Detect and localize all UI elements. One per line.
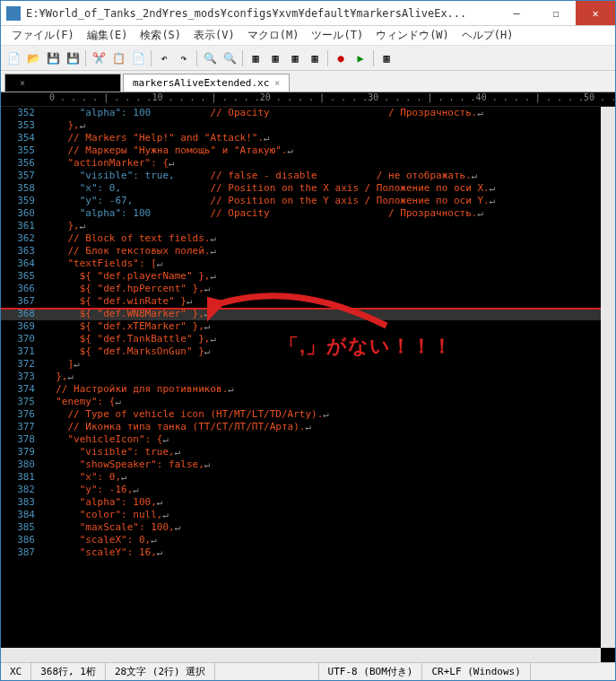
line-content[interactable]: ${ "def.xTEMarker" },↵ <box>44 320 210 333</box>
copy-icon[interactable]: 📋 <box>109 49 127 67</box>
line-content[interactable]: },↵ <box>44 119 85 132</box>
code-line[interactable]: 381 "x": 0,↵ <box>1 471 601 484</box>
settings-icon[interactable]: ▦ <box>377 49 395 67</box>
cut-icon[interactable]: ✂️ <box>90 49 108 67</box>
menu-search[interactable]: 検索(S) <box>134 26 187 45</box>
line-content[interactable]: "alpha": 100 // Opacity / Прозрачность.↵ <box>44 207 483 220</box>
line-content[interactable]: "x": 0,↵ <box>44 471 127 484</box>
line-content[interactable]: // Block of text fields.↵ <box>44 232 216 245</box>
line-content[interactable]: "alpha": 100 // Opacity / Прозрачность.↵ <box>44 107 483 119</box>
tool2-icon[interactable]: ▦ <box>266 49 284 67</box>
menu-edit[interactable]: 編集(E) <box>82 26 134 45</box>
menu-tools[interactable]: ツール(T) <box>306 26 369 45</box>
undo-icon[interactable]: ↶ <box>155 49 173 67</box>
status-position[interactable]: 368行, 1桁 <box>31 663 106 680</box>
code-line[interactable]: 380 "showSpeaker": false,↵ <box>1 458 601 471</box>
code-line[interactable]: 353 },↵ <box>1 119 601 132</box>
line-content[interactable]: "alpha": 100,↵ <box>44 496 162 509</box>
line-content[interactable]: ${ "def.WN8Marker" },↵ <box>44 308 210 320</box>
code-line[interactable]: 384 "color": null,↵ <box>1 509 601 521</box>
line-content[interactable]: "y": -16,↵ <box>44 484 139 496</box>
line-content[interactable]: "actionMarker": {↵ <box>44 157 175 170</box>
tool1-icon[interactable]: ▦ <box>247 49 265 67</box>
menu-help[interactable]: ヘルプ(H) <box>456 26 519 45</box>
code-line[interactable]: 359 "y": -67, // Position on the Y axis … <box>1 195 601 207</box>
line-content[interactable]: ${ "def.playerName" },↵ <box>44 270 216 283</box>
tab-0[interactable]: × <box>4 74 121 92</box>
line-content[interactable]: "scaleX": 0,↵ <box>44 534 157 546</box>
code-line[interactable]: 382 "y": -16,↵ <box>1 484 601 496</box>
line-content[interactable]: "textFields": [↵ <box>44 258 162 270</box>
tab-active[interactable]: markersAliveExtended.xc × <box>123 74 290 92</box>
save-icon[interactable]: 💾 <box>44 49 62 67</box>
menu-macro[interactable]: マクロ(M) <box>242 26 305 45</box>
line-content[interactable]: "visible": true,↵ <box>44 446 180 458</box>
code-line[interactable]: 365 ${ "def.playerName" },↵ <box>1 270 601 283</box>
minimize-button[interactable]: — <box>497 1 536 25</box>
line-content[interactable]: ]↵ <box>44 358 80 371</box>
code-line[interactable]: 386 "scaleX": 0,↵ <box>1 534 601 546</box>
code-line[interactable]: 377 // Иконка типа танка (ТТ/СТ/ЛТ/ПТ/Ар… <box>1 421 601 433</box>
code-line[interactable]: 361 },↵ <box>1 220 601 232</box>
line-content[interactable]: "x": 0, // Position on the X axis / Поло… <box>44 182 495 195</box>
line-content[interactable]: ${ "def.winRate" }↵ <box>44 295 193 308</box>
replace-icon[interactable]: 🔍 <box>221 49 239 67</box>
line-content[interactable]: },↵ <box>44 220 85 232</box>
code-line[interactable]: 387 "scaleY": 16,↵ <box>1 546 601 559</box>
maximize-button[interactable]: ☐ <box>536 1 576 25</box>
line-content[interactable]: "y": -67, // Position on the Y axis / По… <box>44 195 495 207</box>
redo-icon[interactable]: ↷ <box>175 49 193 67</box>
code-line[interactable]: 358 "x": 0, // Position on the X axis / … <box>1 182 601 195</box>
line-content[interactable]: "maxScale": 100,↵ <box>44 521 180 534</box>
code-line[interactable]: 356 "actionMarker": {↵ <box>1 157 601 170</box>
code-line[interactable]: 354 // Markers "Help!" and "Attack!".↵ <box>1 132 601 144</box>
code-line[interactable]: 364 "textFields": [↵ <box>1 258 601 270</box>
code-line[interactable]: 385 "maxScale": 100,↵ <box>1 521 601 534</box>
search-icon[interactable]: 🔍 <box>201 49 219 67</box>
save-all-icon[interactable]: 💾 <box>64 49 82 67</box>
code-line[interactable]: 367 ${ "def.winRate" }↵ <box>1 295 601 308</box>
code-line[interactable]: 357 "visible": true, // false - disable … <box>1 170 601 182</box>
line-content[interactable]: },↵ <box>44 371 74 383</box>
code-editor[interactable]: 352 "alpha": 100 // Opacity / Прозрачнос… <box>1 107 601 648</box>
tab-close-icon[interactable]: × <box>20 78 25 88</box>
line-content[interactable]: // Type of vehicle icon (HT/MT/LT/TD/Art… <box>44 408 329 421</box>
code-line[interactable]: 366 ${ "def.hpPercent" },↵ <box>1 283 601 295</box>
line-content[interactable]: "scaleY": 16,↵ <box>44 546 162 559</box>
tool4-icon[interactable]: ▦ <box>306 49 324 67</box>
code-line[interactable]: 376 // Type of vehicle icon (HT/MT/LT/TD… <box>1 408 601 421</box>
line-content[interactable]: ${ "def.hpPercent" },↵ <box>44 283 210 295</box>
code-line[interactable]: 379 "visible": true,↵ <box>1 446 601 458</box>
line-content[interactable]: "vehicleIcon": {↵ <box>44 433 169 446</box>
line-content[interactable]: // Настройки для противников.↵ <box>44 383 234 396</box>
code-line[interactable]: 374 // Настройки для противников.↵ <box>1 383 601 396</box>
line-content[interactable]: // Маркеры "Нужна помощь" и "Атакую".↵ <box>44 144 293 157</box>
open-file-icon[interactable]: 📂 <box>24 49 42 67</box>
vertical-scrollbar[interactable] <box>601 107 615 648</box>
code-line[interactable]: 368 ${ "def.WN8Marker" },↵ <box>1 308 601 320</box>
titlebar[interactable]: E:¥World_of_Tanks_2nd¥res_mods¥configs¥x… <box>1 1 615 26</box>
line-content[interactable]: // Иконка типа танка (ТТ/СТ/ЛТ/ПТ/Арта).… <box>44 421 311 433</box>
paste-icon[interactable]: 📄 <box>129 49 147 67</box>
tab-close-icon[interactable]: × <box>274 78 280 88</box>
record-icon[interactable]: ● <box>332 49 350 67</box>
code-line[interactable]: 352 "alpha": 100 // Opacity / Прозрачнос… <box>1 107 601 119</box>
code-line[interactable]: 355 // Маркеры "Нужна помощь" и "Атакую"… <box>1 144 601 157</box>
line-content[interactable]: "visible": true, // false - disable / не… <box>44 170 477 182</box>
tool3-icon[interactable]: ▦ <box>286 49 304 67</box>
menu-file[interactable]: ファイル(F) <box>6 26 80 45</box>
line-content[interactable]: ${ "def.MarksOnGun" }↵ <box>44 345 210 358</box>
status-eol[interactable]: CR+LF (Windows) <box>422 663 530 680</box>
code-line[interactable]: 362 // Block of text fields.↵ <box>1 232 601 245</box>
horizontal-scrollbar[interactable] <box>1 648 601 662</box>
new-file-icon[interactable]: 📄 <box>4 49 22 67</box>
close-button[interactable]: ✕ <box>576 1 615 25</box>
code-line[interactable]: 372 ]↵ <box>1 358 601 371</box>
code-line[interactable]: 360 "alpha": 100 // Opacity / Прозрачнос… <box>1 207 601 220</box>
code-line[interactable]: 363 // Блок текстовых полей.↵ <box>1 245 601 258</box>
code-line[interactable]: 378 "vehicleIcon": {↵ <box>1 433 601 446</box>
line-content[interactable]: // Блок текстовых полей.↵ <box>44 245 216 258</box>
code-line[interactable]: 375 "enemy": {↵ <box>1 396 601 408</box>
line-content[interactable]: "enemy": {↵ <box>44 396 121 408</box>
status-encoding[interactable]: UTF-8 (BOM付き) <box>319 663 423 680</box>
